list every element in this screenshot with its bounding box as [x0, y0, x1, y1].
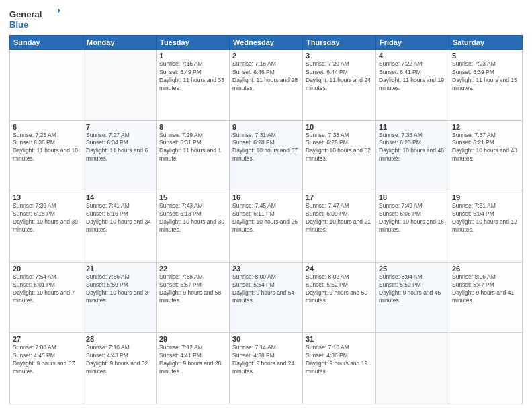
day-number: 31	[306, 335, 373, 343]
calendar-week-4: 20Sunrise: 7:54 AMSunset: 6:01 PMDayligh…	[10, 262, 523, 333]
day-number: 21	[86, 265, 153, 273]
weekday-header-friday: Friday	[376, 36, 449, 50]
calendar-cell: 26Sunrise: 8:06 AMSunset: 5:47 PMDayligh…	[449, 262, 523, 333]
calendar-cell: 13Sunrise: 7:39 AMSunset: 6:18 PMDayligh…	[10, 191, 83, 263]
logo: General Blue	[9, 7, 63, 31]
weekday-header-row: SundayMondayTuesdayWednesdayThursdayFrid…	[10, 36, 523, 50]
calendar-cell: 21Sunrise: 7:56 AMSunset: 5:59 PMDayligh…	[83, 262, 157, 333]
day-number: 26	[452, 265, 519, 273]
day-info: Sunrise: 7:16 AMSunset: 6:49 PMDaylight:…	[159, 60, 226, 93]
day-info: Sunrise: 7:47 AMSunset: 6:09 PMDaylight:…	[306, 202, 373, 234]
calendar-cell: 15Sunrise: 7:43 AMSunset: 6:13 PMDayligh…	[157, 191, 230, 263]
calendar-cell: 6Sunrise: 7:25 AMSunset: 6:36 PMDaylight…	[10, 120, 83, 191]
day-info: Sunrise: 7:12 AMSunset: 4:41 PMDaylight:…	[159, 344, 226, 376]
page: General Blue SundayMondayTuesdayWednesda…	[0, 0, 532, 411]
calendar-cell	[376, 333, 449, 404]
calendar-cell: 28Sunrise: 7:10 AMSunset: 4:43 PMDayligh…	[83, 333, 157, 404]
calendar-cell: 5Sunrise: 7:23 AMSunset: 6:39 PMDaylight…	[449, 50, 523, 121]
day-info: Sunrise: 7:20 AMSunset: 6:44 PMDaylight:…	[306, 60, 373, 93]
weekday-header-sunday: Sunday	[10, 36, 83, 50]
header: General Blue	[9, 7, 523, 31]
day-info: Sunrise: 7:43 AMSunset: 6:13 PMDaylight:…	[159, 202, 226, 234]
day-info: Sunrise: 7:49 AMSunset: 6:06 PMDaylight:…	[379, 202, 446, 234]
day-number: 27	[13, 335, 80, 343]
day-number: 25	[379, 265, 446, 273]
day-number: 29	[159, 335, 226, 343]
calendar-cell: 25Sunrise: 8:04 AMSunset: 5:50 PMDayligh…	[376, 262, 449, 333]
calendar-cell: 11Sunrise: 7:35 AMSunset: 6:23 PMDayligh…	[376, 120, 449, 191]
calendar-cell: 7Sunrise: 7:27 AMSunset: 6:34 PMDaylight…	[83, 120, 157, 191]
day-number: 7	[86, 123, 153, 131]
calendar-cell	[83, 50, 157, 121]
logo-icon: General Blue	[9, 7, 63, 31]
calendar-cell: 9Sunrise: 7:31 AMSunset: 6:28 PMDaylight…	[230, 120, 303, 191]
day-number: 1	[159, 52, 226, 60]
calendar-cell: 30Sunrise: 7:14 AMSunset: 4:38 PMDayligh…	[230, 333, 303, 404]
day-number: 17	[306, 193, 373, 201]
calendar-cell: 4Sunrise: 7:22 AMSunset: 6:41 PMDaylight…	[376, 50, 449, 121]
day-info: Sunrise: 7:10 AMSunset: 4:43 PMDaylight:…	[86, 344, 153, 376]
day-info: Sunrise: 7:35 AMSunset: 6:23 PMDaylight:…	[379, 132, 446, 164]
svg-marker-2	[58, 8, 63, 13]
day-number: 24	[306, 265, 373, 273]
weekday-header-wednesday: Wednesday	[230, 36, 303, 50]
day-info: Sunrise: 7:45 AMSunset: 6:11 PMDaylight:…	[232, 202, 300, 234]
calendar-cell: 31Sunrise: 7:16 AMSunset: 4:36 PMDayligh…	[303, 333, 376, 404]
calendar-cell: 16Sunrise: 7:45 AMSunset: 6:11 PMDayligh…	[230, 191, 303, 263]
calendar-table: SundayMondayTuesdayWednesdayThursdayFrid…	[9, 35, 523, 404]
day-number: 14	[86, 193, 153, 201]
calendar-cell: 22Sunrise: 7:58 AMSunset: 5:57 PMDayligh…	[157, 262, 230, 333]
day-info: Sunrise: 7:39 AMSunset: 6:18 PMDaylight:…	[13, 202, 80, 234]
calendar-cell: 17Sunrise: 7:47 AMSunset: 6:09 PMDayligh…	[303, 191, 376, 263]
day-number: 2	[232, 52, 300, 60]
day-number: 23	[232, 265, 300, 273]
calendar-cell	[449, 333, 523, 404]
calendar-cell: 10Sunrise: 7:33 AMSunset: 6:26 PMDayligh…	[303, 120, 376, 191]
calendar-week-5: 27Sunrise: 7:08 AMSunset: 4:45 PMDayligh…	[10, 333, 523, 404]
calendar-cell: 29Sunrise: 7:12 AMSunset: 4:41 PMDayligh…	[157, 333, 230, 404]
calendar-cell: 14Sunrise: 7:41 AMSunset: 6:16 PMDayligh…	[83, 191, 157, 263]
day-info: Sunrise: 7:41 AMSunset: 6:16 PMDaylight:…	[86, 202, 153, 234]
day-number: 3	[306, 52, 373, 60]
day-number: 8	[159, 123, 226, 131]
day-info: Sunrise: 7:37 AMSunset: 6:21 PMDaylight:…	[452, 132, 519, 164]
calendar-cell: 20Sunrise: 7:54 AMSunset: 6:01 PMDayligh…	[10, 262, 83, 333]
day-number: 19	[452, 193, 519, 201]
day-number: 5	[452, 52, 519, 60]
day-info: Sunrise: 8:02 AMSunset: 5:52 PMDaylight:…	[306, 273, 373, 306]
day-info: Sunrise: 7:14 AMSunset: 4:38 PMDaylight:…	[232, 344, 300, 376]
weekday-header-saturday: Saturday	[449, 36, 523, 50]
day-number: 15	[159, 193, 226, 201]
day-number: 28	[86, 335, 153, 343]
calendar-cell: 27Sunrise: 7:08 AMSunset: 4:45 PMDayligh…	[10, 333, 83, 404]
calendar-cell	[10, 50, 83, 121]
day-info: Sunrise: 8:06 AMSunset: 5:47 PMDaylight:…	[452, 273, 519, 306]
day-number: 30	[232, 335, 300, 343]
day-info: Sunrise: 7:31 AMSunset: 6:28 PMDaylight:…	[232, 132, 300, 164]
day-info: Sunrise: 7:27 AMSunset: 6:34 PMDaylight:…	[86, 132, 153, 164]
day-number: 6	[13, 123, 80, 131]
calendar-cell: 24Sunrise: 8:02 AMSunset: 5:52 PMDayligh…	[303, 262, 376, 333]
calendar-week-3: 13Sunrise: 7:39 AMSunset: 6:18 PMDayligh…	[10, 191, 523, 263]
day-info: Sunrise: 7:58 AMSunset: 5:57 PMDaylight:…	[159, 273, 226, 306]
weekday-header-tuesday: Tuesday	[157, 36, 230, 50]
day-info: Sunrise: 7:51 AMSunset: 6:04 PMDaylight:…	[452, 202, 519, 234]
day-info: Sunrise: 7:18 AMSunset: 6:46 PMDaylight:…	[232, 60, 300, 93]
day-info: Sunrise: 7:08 AMSunset: 4:45 PMDaylight:…	[13, 344, 80, 376]
day-info: Sunrise: 8:00 AMSunset: 5:54 PMDaylight:…	[232, 273, 300, 306]
calendar-cell: 18Sunrise: 7:49 AMSunset: 6:06 PMDayligh…	[376, 191, 449, 263]
day-number: 11	[379, 123, 446, 131]
calendar-cell: 19Sunrise: 7:51 AMSunset: 6:04 PMDayligh…	[449, 191, 523, 263]
day-info: Sunrise: 7:29 AMSunset: 6:31 PMDaylight:…	[159, 132, 226, 164]
svg-text:General: General	[9, 9, 42, 19]
calendar-week-2: 6Sunrise: 7:25 AMSunset: 6:36 PMDaylight…	[10, 120, 523, 191]
day-number: 13	[13, 193, 80, 201]
day-number: 16	[232, 193, 300, 201]
day-info: Sunrise: 7:56 AMSunset: 5:59 PMDaylight:…	[86, 273, 153, 306]
calendar-cell: 23Sunrise: 8:00 AMSunset: 5:54 PMDayligh…	[230, 262, 303, 333]
day-number: 18	[379, 193, 446, 201]
calendar-cell: 2Sunrise: 7:18 AMSunset: 6:46 PMDaylight…	[230, 50, 303, 121]
day-number: 10	[306, 123, 373, 131]
day-info: Sunrise: 7:23 AMSunset: 6:39 PMDaylight:…	[452, 60, 519, 93]
svg-text:Blue: Blue	[9, 19, 28, 30]
